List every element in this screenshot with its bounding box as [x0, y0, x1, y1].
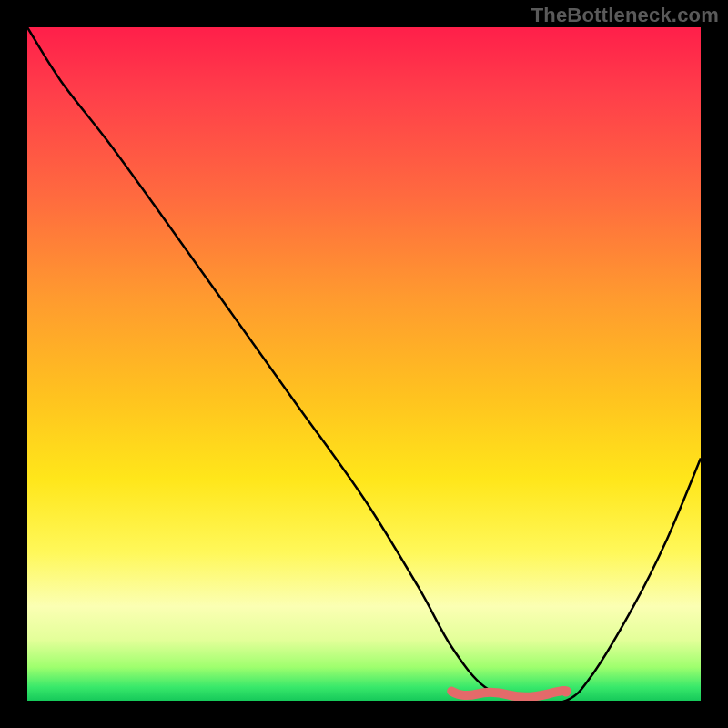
watermark-text: TheBottleneck.com	[531, 4, 719, 27]
curve-svg	[27, 27, 701, 701]
trough-highlight	[451, 691, 566, 697]
bottleneck-curve-path	[27, 27, 701, 701]
chart-frame: TheBottleneck.com	[0, 0, 728, 728]
plot-area	[27, 27, 701, 701]
